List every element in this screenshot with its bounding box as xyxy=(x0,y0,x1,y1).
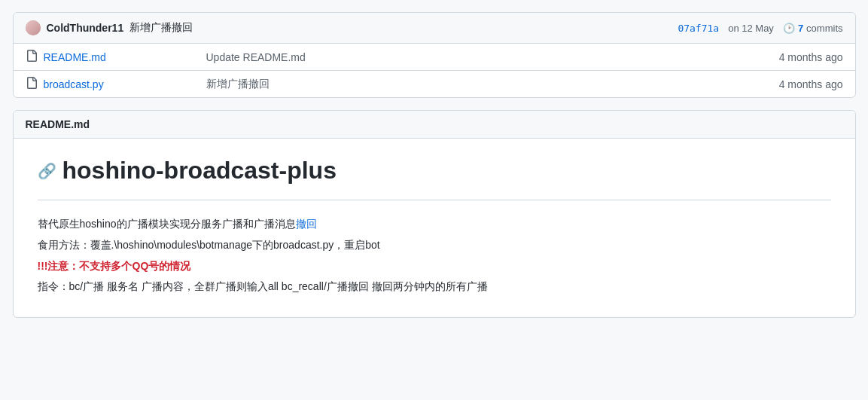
readme-line-0: 替代原生hoshino的广播模块实现分服务广播和广播消息撤回 xyxy=(38,215,831,234)
file-icon xyxy=(26,77,38,91)
file-time-readme: 4 months ago xyxy=(753,51,843,63)
readme-header: README.md xyxy=(14,111,855,139)
file-time-broadcast: 4 months ago xyxy=(753,78,843,90)
file-name-broadcast[interactable]: broadcast.py xyxy=(44,78,194,90)
avatar xyxy=(26,20,41,35)
readme-title-row: 🔗 hoshino-broadcast-plus xyxy=(38,157,831,185)
readme-line-1: 食用方法：覆盖.\hoshino\modules\botmanage下的broa… xyxy=(38,237,831,255)
readme-divider xyxy=(38,200,831,200)
file-name-readme[interactable]: README.md xyxy=(44,51,194,63)
readme-line-3: 指令：bc/广播 服务名 广播内容，全群广播则输入all bc_recall/广… xyxy=(38,278,831,296)
file-commit-msg-readme: Update README.md xyxy=(194,51,753,63)
commit-sha[interactable]: 07af71a xyxy=(678,23,719,34)
commits-count: 7 xyxy=(798,23,803,34)
recall-link[interactable]: 撤回 xyxy=(296,218,317,230)
commits-label: commits xyxy=(806,23,842,34)
file-row: broadcast.py 新增广播撤回 4 months ago xyxy=(14,71,855,97)
readme-title: hoshino-broadcast-plus xyxy=(62,157,337,185)
commits-link[interactable]: 🕑 7 commits xyxy=(783,23,843,34)
repo-container: ColdThunder11 新增广播撤回 07af71a on 12 May 🕑… xyxy=(13,12,856,318)
readme-line-2: !!!注意：不支持多个QQ号的情况 xyxy=(38,258,831,276)
file-commit-msg-broadcast: 新增广播撤回 xyxy=(194,78,753,91)
commit-left: ColdThunder11 新增广播撤回 xyxy=(26,20,193,35)
history-icon: 🕑 xyxy=(783,23,795,34)
commit-date: on 12 May xyxy=(728,23,774,34)
commit-author[interactable]: ColdThunder11 xyxy=(47,22,124,34)
file-icon xyxy=(26,50,38,64)
commit-message: 新增广播撤回 xyxy=(129,21,193,35)
readme-section: README.md 🔗 hoshino-broadcast-plus 替代原生h… xyxy=(13,110,856,318)
readme-body: 🔗 hoshino-broadcast-plus 替代原生hoshino的广播模… xyxy=(14,139,855,317)
files-section: ColdThunder11 新增广播撤回 07af71a on 12 May 🕑… xyxy=(13,12,856,98)
anchor-icon: 🔗 xyxy=(38,162,56,180)
warning-text: !!!注意：不支持多个QQ号的情况 xyxy=(38,260,191,272)
file-row: README.md Update README.md 4 months ago xyxy=(14,44,855,71)
commit-right: 07af71a on 12 May 🕑 7 commits xyxy=(678,23,842,34)
commit-header: ColdThunder11 新增广播撤回 07af71a on 12 May 🕑… xyxy=(14,13,855,44)
readme-content: 替代原生hoshino的广播模块实现分服务广播和广播消息撤回 食用方法：覆盖.\… xyxy=(38,215,831,296)
